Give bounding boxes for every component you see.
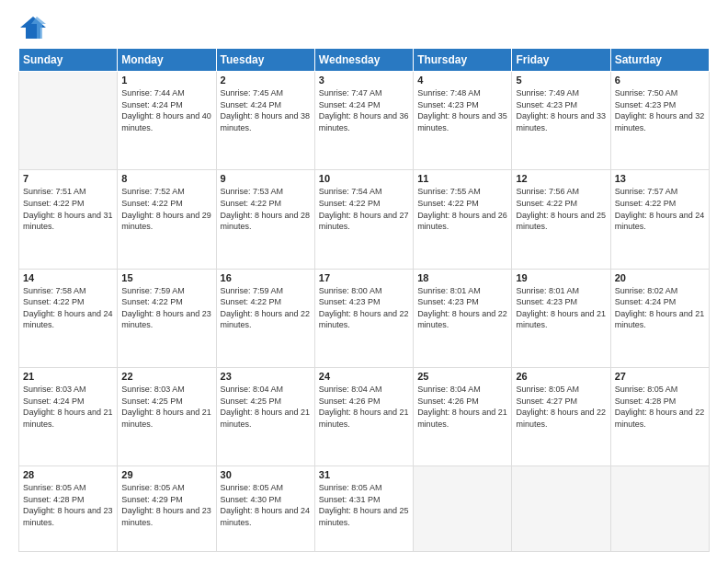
day-number: 6 — [615, 75, 705, 86]
weekday-header-wednesday: Wednesday — [314, 49, 413, 72]
calendar-cell: 22Sunrise: 8:03 AMSunset: 4:25 PMDayligh… — [118, 367, 216, 465]
day-number: 17 — [319, 272, 409, 283]
day-info: Sunrise: 8:05 AMSunset: 4:30 PMDaylight:… — [221, 482, 311, 528]
day-info: Sunrise: 8:04 AMSunset: 4:26 PMDaylight:… — [417, 384, 507, 430]
calendar-cell: 14Sunrise: 7:58 AMSunset: 4:22 PMDayligh… — [19, 269, 118, 367]
day-info: Sunrise: 8:05 AMSunset: 4:28 PMDaylight:… — [23, 482, 113, 528]
day-number: 4 — [417, 75, 507, 86]
calendar-cell: 31Sunrise: 8:05 AMSunset: 4:31 PMDayligh… — [314, 466, 413, 552]
day-info: Sunrise: 8:03 AMSunset: 4:24 PMDaylight:… — [23, 384, 113, 430]
calendar-cell: 9Sunrise: 7:53 AMSunset: 4:22 PMDaylight… — [216, 170, 314, 269]
day-number: 15 — [121, 272, 211, 283]
calendar-cell: 26Sunrise: 8:05 AMSunset: 4:27 PMDayligh… — [512, 367, 610, 465]
day-info: Sunrise: 7:51 AMSunset: 4:22 PMDaylight:… — [23, 186, 113, 232]
day-number: 25 — [417, 371, 507, 382]
day-number: 8 — [121, 173, 211, 184]
day-number: 14 — [23, 272, 113, 283]
calendar-cell: 2Sunrise: 7:45 AMSunset: 4:24 PMDaylight… — [216, 72, 314, 170]
calendar-cell: 8Sunrise: 7:52 AMSunset: 4:22 PMDaylight… — [118, 170, 216, 269]
day-info: Sunrise: 7:44 AMSunset: 4:24 PMDaylight:… — [121, 87, 211, 133]
day-number: 10 — [319, 173, 409, 184]
calendar-cell: 28Sunrise: 8:05 AMSunset: 4:28 PMDayligh… — [19, 466, 118, 552]
day-info: Sunrise: 8:01 AMSunset: 4:23 PMDaylight:… — [417, 285, 507, 331]
day-number: 2 — [221, 75, 311, 86]
day-info: Sunrise: 7:59 AMSunset: 4:22 PMDaylight:… — [121, 285, 211, 331]
day-info: Sunrise: 7:49 AMSunset: 4:23 PMDaylight:… — [516, 87, 606, 133]
day-info: Sunrise: 8:04 AMSunset: 4:26 PMDaylight:… — [319, 384, 409, 430]
calendar-cell — [19, 72, 118, 170]
day-info: Sunrise: 7:50 AMSunset: 4:23 PMDaylight:… — [615, 87, 705, 133]
calendar-cell: 11Sunrise: 7:55 AMSunset: 4:22 PMDayligh… — [414, 170, 512, 269]
calendar-cell: 30Sunrise: 8:05 AMSunset: 4:30 PMDayligh… — [216, 466, 314, 552]
day-number: 19 — [516, 272, 606, 283]
day-info: Sunrise: 7:45 AMSunset: 4:24 PMDaylight:… — [221, 87, 311, 133]
logo — [18, 15, 51, 40]
day-number: 24 — [319, 371, 409, 382]
calendar-cell: 5Sunrise: 7:49 AMSunset: 4:23 PMDaylight… — [512, 72, 610, 170]
calendar-cell: 10Sunrise: 7:54 AMSunset: 4:22 PMDayligh… — [314, 170, 413, 269]
day-number: 22 — [121, 371, 211, 382]
day-number: 21 — [23, 371, 113, 382]
calendar-cell: 6Sunrise: 7:50 AMSunset: 4:23 PMDaylight… — [610, 72, 709, 170]
day-number: 20 — [615, 272, 705, 283]
day-number: 23 — [221, 371, 311, 382]
calendar-cell: 3Sunrise: 7:47 AMSunset: 4:24 PMDaylight… — [314, 72, 413, 170]
day-info: Sunrise: 7:53 AMSunset: 4:22 PMDaylight:… — [221, 186, 311, 232]
day-number: 12 — [516, 173, 606, 184]
calendar-cell — [610, 466, 709, 552]
calendar-cell: 27Sunrise: 8:05 AMSunset: 4:28 PMDayligh… — [610, 367, 709, 465]
calendar-cell: 7Sunrise: 7:51 AMSunset: 4:22 PMDaylight… — [19, 170, 118, 269]
day-info: Sunrise: 8:05 AMSunset: 4:31 PMDaylight:… — [319, 482, 409, 528]
day-number: 9 — [221, 173, 311, 184]
weekday-header-sunday: Sunday — [19, 49, 118, 72]
day-info: Sunrise: 7:48 AMSunset: 4:23 PMDaylight:… — [417, 87, 507, 133]
weekday-header-monday: Monday — [118, 49, 216, 72]
calendar-cell: 24Sunrise: 8:04 AMSunset: 4:26 PMDayligh… — [314, 367, 413, 465]
day-info: Sunrise: 8:00 AMSunset: 4:23 PMDaylight:… — [319, 285, 409, 331]
calendar-cell: 23Sunrise: 8:04 AMSunset: 4:25 PMDayligh… — [216, 367, 314, 465]
calendar-cell: 25Sunrise: 8:04 AMSunset: 4:26 PMDayligh… — [414, 367, 512, 465]
day-number: 5 — [516, 75, 606, 86]
calendar-cell: 12Sunrise: 7:56 AMSunset: 4:22 PMDayligh… — [512, 170, 610, 269]
day-info: Sunrise: 8:05 AMSunset: 4:28 PMDaylight:… — [615, 384, 705, 430]
day-info: Sunrise: 8:02 AMSunset: 4:24 PMDaylight:… — [615, 285, 705, 331]
day-number: 27 — [615, 371, 705, 382]
calendar-cell — [414, 466, 512, 552]
calendar-header-row: SundayMondayTuesdayWednesdayThursdayFrid… — [19, 49, 710, 72]
calendar-cell: 18Sunrise: 8:01 AMSunset: 4:23 PMDayligh… — [414, 269, 512, 367]
day-info: Sunrise: 7:47 AMSunset: 4:24 PMDaylight:… — [319, 87, 409, 133]
calendar-cell: 15Sunrise: 7:59 AMSunset: 4:22 PMDayligh… — [118, 269, 216, 367]
weekday-header-saturday: Saturday — [610, 49, 709, 72]
day-number: 11 — [417, 173, 507, 184]
day-info: Sunrise: 8:04 AMSunset: 4:25 PMDaylight:… — [221, 384, 311, 430]
day-info: Sunrise: 8:05 AMSunset: 4:27 PMDaylight:… — [516, 384, 606, 430]
day-info: Sunrise: 7:59 AMSunset: 4:22 PMDaylight:… — [221, 285, 311, 331]
day-info: Sunrise: 7:56 AMSunset: 4:22 PMDaylight:… — [516, 186, 606, 232]
day-number: 3 — [319, 75, 409, 86]
calendar-cell: 21Sunrise: 8:03 AMSunset: 4:24 PMDayligh… — [19, 367, 118, 465]
day-number: 28 — [23, 469, 113, 480]
calendar-cell: 1Sunrise: 7:44 AMSunset: 4:24 PMDaylight… — [118, 72, 216, 170]
day-info: Sunrise: 7:52 AMSunset: 4:22 PMDaylight:… — [121, 186, 211, 232]
day-number: 1 — [121, 75, 211, 86]
calendar-week-1: 1Sunrise: 7:44 AMSunset: 4:24 PMDaylight… — [19, 72, 710, 170]
day-info: Sunrise: 8:05 AMSunset: 4:29 PMDaylight:… — [121, 482, 211, 528]
calendar-cell: 29Sunrise: 8:05 AMSunset: 4:29 PMDayligh… — [118, 466, 216, 552]
calendar-week-3: 14Sunrise: 7:58 AMSunset: 4:22 PMDayligh… — [19, 269, 710, 367]
weekday-header-thursday: Thursday — [414, 49, 512, 72]
day-info: Sunrise: 7:54 AMSunset: 4:22 PMDaylight:… — [319, 186, 409, 232]
day-info: Sunrise: 7:57 AMSunset: 4:22 PMDaylight:… — [615, 186, 705, 232]
weekday-header-friday: Friday — [512, 49, 610, 72]
calendar-cell: 16Sunrise: 7:59 AMSunset: 4:22 PMDayligh… — [216, 269, 314, 367]
calendar-cell: 19Sunrise: 8:01 AMSunset: 4:23 PMDayligh… — [512, 269, 610, 367]
day-info: Sunrise: 8:03 AMSunset: 4:25 PMDaylight:… — [121, 384, 211, 430]
calendar-table: SundayMondayTuesdayWednesdayThursdayFrid… — [18, 48, 710, 552]
calendar-week-5: 28Sunrise: 8:05 AMSunset: 4:28 PMDayligh… — [19, 466, 710, 552]
day-number: 13 — [615, 173, 705, 184]
day-number: 18 — [417, 272, 507, 283]
day-number: 16 — [221, 272, 311, 283]
day-info: Sunrise: 8:01 AMSunset: 4:23 PMDaylight:… — [516, 285, 606, 331]
day-number: 26 — [516, 371, 606, 382]
day-info: Sunrise: 7:58 AMSunset: 4:22 PMDaylight:… — [23, 285, 113, 331]
day-number: 7 — [23, 173, 113, 184]
